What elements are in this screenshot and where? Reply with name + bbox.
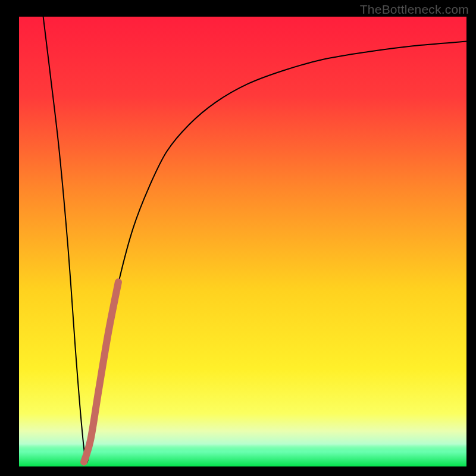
curve-main <box>43 17 466 462</box>
chart-stage: TheBottleneck.com <box>0 0 476 476</box>
watermark-text: TheBottleneck.com <box>360 2 469 17</box>
plot-area <box>19 17 466 466</box>
bottleneck-curve <box>19 17 466 466</box>
curve-highlight <box>84 282 118 462</box>
